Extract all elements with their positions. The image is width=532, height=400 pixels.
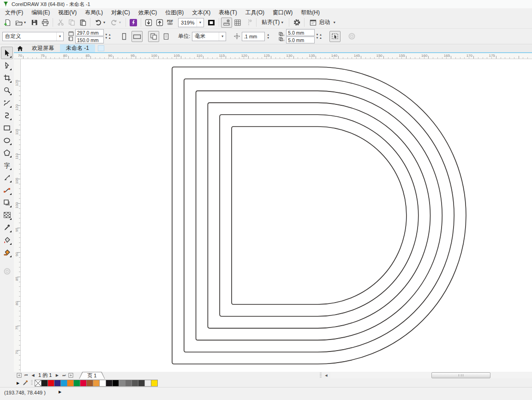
d-contour-outline-2[interactable] (184, 79, 454, 352)
menu-item-2[interactable]: 视图(V) (54, 8, 81, 17)
redo-button[interactable]: ▼ (108, 18, 124, 28)
color-swatch-14[interactable] (125, 380, 132, 387)
menu-item-11[interactable]: 帮助(H) (297, 8, 324, 17)
interactive-fill-tool[interactable] (1, 234, 13, 246)
next-page-button[interactable]: ▶ (54, 372, 60, 378)
menu-item-0[interactable]: 文件(F) (1, 8, 27, 17)
show-guidelines-toggle[interactable] (243, 18, 254, 28)
color-swatch-16[interactable] (138, 380, 145, 387)
zoom-tool[interactable] (1, 84, 13, 97)
shape-tool[interactable] (1, 59, 13, 72)
scrollbar-splitter[interactable] (320, 373, 322, 378)
options-button[interactable] (291, 18, 302, 28)
menu-item-7[interactable]: 文本(X) (188, 8, 215, 17)
page-preset-combo[interactable]: 自定义 ▼ (2, 32, 64, 41)
polygon-tool[interactable] (1, 146, 13, 159)
text-tool[interactable]: 字 (1, 159, 13, 171)
transparency-tool[interactable] (1, 209, 13, 221)
color-swatch-5[interactable] (67, 380, 74, 387)
landscape-orientation-button[interactable] (132, 31, 143, 42)
outline-settings-button[interactable] (346, 31, 357, 42)
print-button[interactable] (40, 18, 51, 28)
color-eyedropper-tool[interactable] (1, 221, 13, 234)
color-swatch-7[interactable] (80, 380, 87, 387)
duplicate-y-input[interactable]: 5.0 mm (286, 36, 315, 43)
menu-item-3[interactable]: 布局(L) (81, 8, 107, 17)
freehand-tool[interactable] (1, 97, 13, 109)
connector-tool[interactable] (1, 184, 13, 196)
menu-item-4[interactable]: 对象(C) (107, 8, 134, 17)
nudge-distance-input[interactable]: .1 mm (242, 32, 265, 41)
scroll-left-button[interactable]: ◀ (323, 372, 329, 378)
publish-pdf-button[interactable]: PDF (165, 18, 176, 28)
palette-eyedropper-icon[interactable] (22, 380, 29, 386)
nudge-spinner[interactable]: ▲▼ (265, 33, 271, 39)
page-size-spinners[interactable]: ▼ ▲▼ ▲ (104, 33, 112, 39)
color-swatch-10[interactable] (99, 380, 106, 387)
portrait-orientation-button[interactable] (119, 31, 130, 42)
vertical-ruler[interactable]: 12512011511010510095908580757065 (14, 59, 21, 372)
dimension-tool[interactable] (1, 171, 13, 184)
snap-to-button[interactable]: 贴齐(T) ▼ (258, 18, 287, 28)
palette-flyout-arrow[interactable]: ▶ (17, 381, 19, 385)
color-swatch-4[interactable] (60, 380, 67, 387)
color-swatch-8[interactable] (86, 380, 93, 387)
save-button[interactable] (29, 18, 40, 28)
color-swatch-11[interactable] (106, 380, 113, 387)
d-contour-outline-1[interactable] (172, 67, 466, 364)
launch-button[interactable]: 启动 ▼ (306, 18, 339, 28)
color-swatch-12[interactable] (112, 380, 119, 387)
horizontal-scrollbar[interactable] (330, 372, 532, 378)
add-page-end-button[interactable] (67, 372, 74, 378)
welcome-home-button[interactable] (14, 44, 26, 52)
show-grid-toggle[interactable] (232, 18, 243, 28)
palette-splitter[interactable] (31, 380, 33, 386)
export-button[interactable] (154, 18, 165, 28)
color-swatch-17[interactable] (144, 380, 151, 387)
menu-item-6[interactable]: 位图(B) (161, 8, 188, 17)
outline-tool[interactable] (1, 265, 13, 278)
duplicate-x-input[interactable]: 5.0 mm (286, 29, 315, 36)
duplicate-spinners[interactable]: ▼ ▲▼ ▲ (315, 33, 323, 39)
add-page-start-button[interactable] (16, 372, 23, 378)
show-rulers-toggle[interactable] (221, 18, 232, 28)
color-swatch-1[interactable] (41, 380, 48, 387)
page-width-input[interactable]: 297.0 mm (75, 29, 104, 36)
previous-page-button[interactable]: ◀ (30, 372, 36, 378)
status-flyout-arrow[interactable]: ▶ (59, 390, 61, 394)
menu-item-10[interactable]: 窗口(W) (269, 8, 297, 17)
cut-button[interactable] (55, 18, 66, 28)
smart-fill-tool[interactable] (1, 246, 13, 259)
import-button[interactable] (143, 18, 154, 28)
color-swatch-13[interactable] (119, 380, 126, 387)
page-height-input[interactable]: 150.0 mm (75, 36, 104, 43)
first-page-button[interactable]: ⏮ (23, 372, 30, 378)
color-swatch-none[interactable] (35, 380, 42, 387)
paste-button[interactable] (77, 18, 88, 28)
last-page-button[interactable]: ⏭ (60, 372, 67, 378)
color-swatch-2[interactable] (48, 380, 54, 387)
copy-button[interactable] (66, 18, 77, 28)
page-1-tab[interactable]: 页 1 (79, 372, 105, 379)
artistic-media-tool[interactable] (1, 109, 13, 121)
ellipse-tool[interactable] (1, 134, 13, 146)
tab-untitled-document[interactable]: 未命名 -1 (60, 44, 95, 52)
open-button[interactable]: ▼ (13, 18, 29, 28)
horizontal-ruler[interactable]: 7075808590951001051101151201251301351401… (14, 53, 532, 59)
current-page-button[interactable] (161, 31, 172, 42)
d-contour-outline-3[interactable] (196, 91, 442, 340)
units-combo[interactable]: 毫米 ▼ (192, 32, 226, 41)
pick-tool[interactable] (1, 47, 13, 59)
color-swatch-9[interactable] (93, 380, 100, 387)
d-contour-outline-5[interactable] (220, 115, 418, 316)
treat-as-filled-toggle[interactable] (329, 31, 341, 42)
rectangle-tool[interactable] (1, 121, 13, 134)
zoom-level-combo[interactable]: 319% ▼ (178, 18, 204, 27)
color-swatch-15[interactable] (132, 380, 138, 387)
d-contour-outline-6[interactable] (232, 127, 406, 304)
menu-item-1[interactable]: 编辑(E) (27, 8, 54, 17)
new-document-button[interactable] (2, 18, 13, 28)
menu-item-8[interactable]: 表格(T) (215, 8, 241, 17)
color-swatch-3[interactable] (54, 380, 61, 387)
drawing-canvas[interactable] (21, 59, 532, 372)
